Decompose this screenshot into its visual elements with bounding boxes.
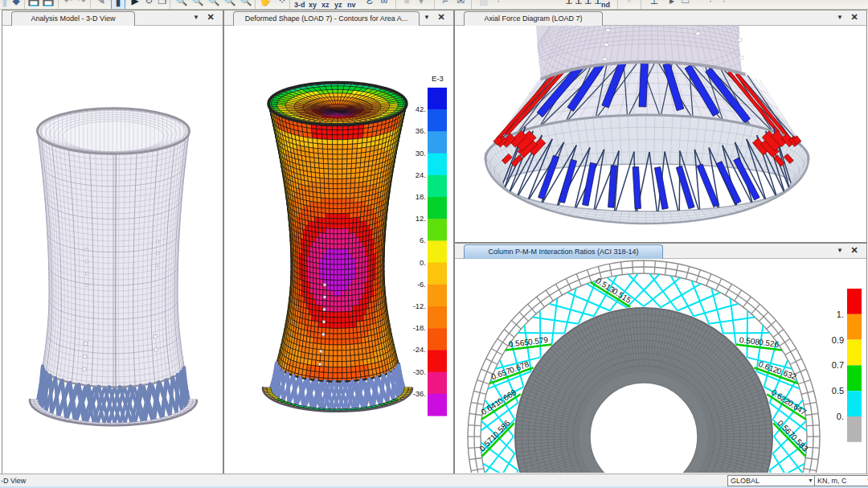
zoom-in-icon[interactable]: 🔍 <box>223 0 236 8</box>
window2-title: Deformed Shape (LOAD 7) - Contours for A… <box>245 14 408 23</box>
tab-analysis-model[interactable]: Analysis Model - 3-D View <box>11 11 135 26</box>
window3-titlebar: Axial Force Diagram (LOAD 7) ▼ ✕ <box>455 10 866 26</box>
coordinate-system-select[interactable]: GLOBAL▼ <box>727 475 816 486</box>
support-icon[interactable]: ⊥ <box>648 0 661 8</box>
svg-text:-18.: -18. <box>413 323 426 332</box>
save-icon[interactable]: 💾 <box>27 0 40 8</box>
view-deformed-shape[interactable]: E-342.36.30.24.18.12.6.0.-6.-12.-18.-24.… <box>224 26 453 474</box>
units-value: KN, m, C <box>817 477 847 485</box>
more-tools-icon[interactable]: · <box>492 0 505 8</box>
toolbar-separator <box>641 0 641 9</box>
svg-text:0.7: 0.7 <box>832 360 844 370</box>
toolbar-separator <box>471 0 472 9</box>
window-axial-force: Axial Force Diagram (LOAD 7) ▼ ✕ <box>454 10 867 243</box>
svg-text:1.: 1. <box>837 310 844 319</box>
toolbar-separator <box>434 0 435 9</box>
tab-deformed-shape[interactable]: Deformed Shape (LOAD 7) - Contours for A… <box>233 11 420 26</box>
window-interaction-ratios: Column P-M-M Interaction Ratios (ACI 318… <box>454 243 867 475</box>
rotate-3d-icon[interactable]: Ƨ <box>363 0 376 8</box>
window2-titlebar: Deformed Shape (LOAD 7) - Contours for A… <box>224 10 453 26</box>
window3-dropdown-icon[interactable]: ▼ <box>834 12 845 23</box>
svg-text:0.: 0. <box>837 412 844 421</box>
svg-text:6.: 6. <box>420 236 426 244</box>
refresh-window-icon[interactable]: ↻ <box>142 0 155 8</box>
window3-close-icon[interactable]: ✕ <box>849 12 860 23</box>
redo-icon[interactable]: ↷ <box>76 0 88 8</box>
svg-text:-12.: -12. <box>413 301 426 310</box>
snap-icon[interactable]: ⁘ <box>276 0 289 8</box>
faded-section-icon[interactable]: ▫ <box>623 0 636 8</box>
svg-text:-36.: -36. <box>413 389 426 398</box>
window4-title: Column P-M-M Interaction Ratios (ACI 318… <box>488 248 638 256</box>
view-xz-icon[interactable]: xz <box>321 1 330 9</box>
undo-icon[interactable]: ↶ <box>62 0 75 8</box>
view-interaction-ratios[interactable]: 1.0.90.70.50.0.5150.5130.5080.5260.6120.… <box>455 259 866 474</box>
perspective-icon[interactable]: ∞ <box>378 0 391 8</box>
svg-text:0.: 0. <box>420 258 426 267</box>
coordinate-system-value: GLOBAL <box>731 477 760 485</box>
view-axial-force[interactable] <box>455 26 866 242</box>
units-select[interactable]: KN, m, C▼ <box>814 475 868 486</box>
view-yz-icon[interactable]: yz <box>334 1 342 9</box>
view-xy-icon[interactable]: xy <box>309 1 317 9</box>
window1-dropdown-icon[interactable]: ▼ <box>190 12 202 23</box>
zoom-previous-icon[interactable]: 🔍 <box>207 0 220 8</box>
small-arrow-icon[interactable]: ▸ <box>665 0 678 8</box>
window-deformed-shape: Deformed Shape (LOAD 7) - Contours for A… <box>223 10 454 475</box>
zoom-rubber-band-icon[interactable]: 🔍 <box>175 0 188 8</box>
lock-icon-selected[interactable]: ▮ <box>111 0 125 10</box>
svg-text:-24.: -24. <box>413 345 426 354</box>
disabled-tool-icon[interactable]: ▨ <box>477 0 490 8</box>
svg-text:-30.: -30. <box>413 367 426 376</box>
window1-titlebar: Analysis Model - 3-D View ▼ ✕ <box>2 10 223 26</box>
set-display-options-icon[interactable]: ▼ <box>415 0 428 8</box>
dot-1-icon[interactable]: · <box>704 0 717 8</box>
svg-text:E-3: E-3 <box>432 74 444 83</box>
toolbar-separator <box>255 0 256 9</box>
toolbar-separator <box>90 0 91 9</box>
tab-axial-force[interactable]: Axial Force Diagram (LOAD 7) <box>464 11 603 26</box>
object-shrink-icon[interactable]: ≡ <box>400 0 413 8</box>
svg-text:0.5: 0.5 <box>832 386 844 396</box>
apply-template-icon[interactable]: ❐ <box>156 0 169 8</box>
image-button-icon[interactable]: ▭ <box>679 0 692 8</box>
svg-text:30.: 30. <box>416 149 426 158</box>
zoom-full-icon[interactable]: 🔍 <box>191 0 204 8</box>
svg-text:42.: 42. <box>416 105 426 113</box>
toolbar-separator <box>24 0 25 9</box>
tab-interaction-ratios[interactable]: Column P-M-M Interaction Ratios (ACI 318… <box>464 244 663 259</box>
pen-icon[interactable]: ✎ <box>95 0 108 8</box>
ibeam-5-icon[interactable]: nd <box>601 1 610 9</box>
view-nv-icon[interactable]: nv <box>347 1 356 9</box>
window2-close-icon[interactable]: ✕ <box>436 12 447 23</box>
toolbar-separator <box>58 0 59 9</box>
run-analysis-icon[interactable]: ▶ <box>129 0 141 8</box>
window4-close-icon[interactable]: ✕ <box>849 245 860 256</box>
assign-frame-icon[interactable]: ⌐ <box>439 0 452 8</box>
svg-text:12.: 12. <box>416 214 426 223</box>
toolbar-separator <box>170 0 170 9</box>
view-3d-icon[interactable]: 3-d <box>294 1 305 9</box>
svg-text:18.: 18. <box>416 192 426 201</box>
window-analysis-model: Analysis Model - 3-D View ▼ ✕ <box>2 10 223 475</box>
save-as-icon[interactable]: 💾 <box>42 0 55 8</box>
toolbar-separator <box>289 0 290 9</box>
pan-icon[interactable]: 🖐 <box>259 0 272 8</box>
window2-dropdown-icon[interactable]: ▼ <box>421 12 432 23</box>
pointer-arrow-icon[interactable]: ◆ <box>10 0 23 8</box>
zoom-out-icon[interactable]: 🔍 <box>240 0 252 8</box>
toolbar-separator <box>617 0 618 9</box>
main-toolbar: ▌◆💾💾↶↷✎▮▶↻❐🔍🔍🔍🔍🔍🖐⁘3-dxyxzyznvƧ∞≡▼⌐✉▨·ꞮꞮꞮ… <box>0 0 868 10</box>
window1-close-icon[interactable]: ✕ <box>205 12 216 23</box>
dot-2-icon[interactable]: · <box>718 0 731 8</box>
status-bar: -D View GLOBAL▼ KN, m, C▼ <box>0 474 868 486</box>
status-view-label: -D View <box>1 477 26 485</box>
svg-text:-6.: -6. <box>417 280 426 289</box>
svg-text:24.: 24. <box>416 170 426 179</box>
assign-joint-icon[interactable]: ✉ <box>454 0 467 8</box>
chevron-down-icon: ▼ <box>808 476 813 486</box>
window1-title: Analysis Model - 3-D View <box>31 14 116 23</box>
svg-text:0.9: 0.9 <box>832 335 844 345</box>
view-3d-model[interactable] <box>2 26 223 474</box>
window4-dropdown-icon[interactable]: ▼ <box>834 245 845 256</box>
